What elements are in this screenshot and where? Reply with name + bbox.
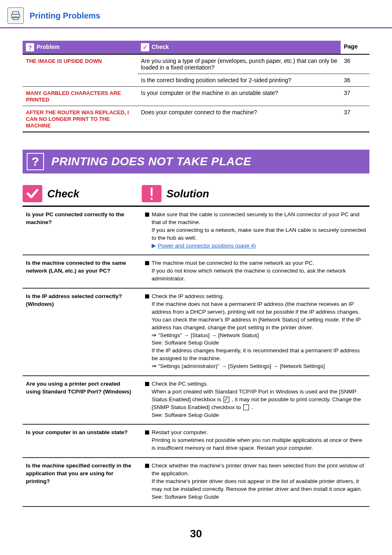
- bullet-icon: [145, 261, 149, 265]
- col-check-label: Check: [152, 44, 169, 50]
- solution-line: See: Software Setup Guide: [152, 494, 219, 500]
- solution-lead: Check the IP address setting.: [152, 293, 224, 299]
- problem-link[interactable]: MANY GARBLED CHARACTERS ARE PRINTED: [26, 90, 121, 103]
- bullet-icon: [145, 382, 149, 386]
- solutions-table: Is your PC connected correctly to the ma…: [23, 207, 369, 507]
- check-solution-header: Check Solution: [23, 185, 369, 207]
- solution-cell: Restart your computer. Printing is somet…: [142, 424, 369, 458]
- table-row: Is the machine specified correctly in th…: [23, 458, 369, 506]
- solution-line: ⇒ "Settings (administrator)" → [System S…: [152, 363, 325, 369]
- solution-lead: Make sure that the cable is connected se…: [152, 211, 360, 225]
- page-cell: 36: [341, 54, 369, 74]
- solution-cell: Check the PC settings. When a port creat…: [142, 376, 369, 424]
- solution-cell: Check the IP address setting. If the mac…: [142, 288, 369, 376]
- solution-line: You can check the machine's IP address i…: [152, 317, 361, 331]
- check-text: Is your PC connected correctly to the ma…: [23, 207, 142, 255]
- checkbox-unchecked-icon: [243, 405, 249, 410]
- table-row: Is your computer in an unstable state? R…: [23, 424, 369, 458]
- check-label: Check: [47, 187, 79, 200]
- solution-lead: Check the PC settings.: [152, 381, 208, 387]
- page-number: 30: [0, 527, 392, 540]
- col-problem-label: Problem: [37, 44, 60, 50]
- printer-icon: [7, 7, 24, 24]
- table-row: AFTER THE ROUTER WAS REPLACED, I CAN NO …: [23, 106, 369, 132]
- bullet-icon: [145, 464, 149, 468]
- solution-rest: If you do not know which network the mac…: [152, 268, 346, 282]
- triangle-icon: ▶: [152, 243, 156, 249]
- col-check: ✓Check: [138, 41, 341, 54]
- table-row: THE IMAGE IS UPSIDE DOWN Are you using a…: [23, 54, 369, 74]
- link[interactable]: Power and connector positions (page 4): [158, 243, 256, 249]
- solution-line: If the machine's printer driver does not…: [152, 478, 362, 492]
- bullet-icon: [145, 294, 149, 298]
- exclamation-icon: [142, 185, 161, 202]
- check-cell: Are you using a type of paper (envelopes…: [138, 54, 341, 74]
- solution-cell: The machine must be connected to the sam…: [142, 255, 369, 288]
- svg-rect-3: [151, 187, 153, 196]
- solution-lead: The machine must be connected to the sam…: [152, 260, 314, 266]
- table-row: Is the IP address selected correctly? (W…: [23, 288, 369, 376]
- svg-rect-0: [12, 12, 18, 14]
- table-row: Are you using a printer port created usi…: [23, 376, 369, 424]
- table-row: Is your PC connected correctly to the ma…: [23, 207, 369, 255]
- check-text: Are you using a printer port created usi…: [23, 376, 142, 424]
- solution-rest: Printing is sometimes not possible when …: [152, 437, 362, 451]
- col-page: Page: [341, 41, 369, 54]
- question-icon: ?: [27, 153, 44, 170]
- solution-line: See: Software Setup Guide: [152, 412, 219, 418]
- question-icon: ?: [26, 43, 34, 51]
- checkbox-checked-icon: [224, 397, 229, 402]
- solution-line: .: [250, 404, 253, 410]
- solution-line: If the machine does not have a permanent…: [152, 301, 360, 315]
- solution-line: ⇒ "Settings" → [Status] → [Network Statu…: [152, 332, 259, 338]
- check-icon: ✓: [141, 43, 149, 51]
- bullet-icon: [145, 213, 149, 217]
- check-text: Is the machine specified correctly in th…: [23, 458, 142, 506]
- solution-rest: If you are connecting to a network, make…: [152, 227, 366, 241]
- col-problem: ?Problem: [23, 41, 138, 54]
- section-banner: ? PRINTING DOES NOT TAKE PLACE: [23, 150, 369, 173]
- check-icon: [23, 185, 42, 202]
- page-cell: 37: [341, 106, 369, 132]
- check-text: Is your computer in an unstable state?: [23, 424, 142, 458]
- banner-title: PRINTING DOES NOT TAKE PLACE: [51, 155, 251, 168]
- solution-line: See: Software Setup Guide: [152, 340, 219, 346]
- section-title: Printing Problems: [30, 11, 100, 21]
- col-page-label: Page: [344, 43, 357, 50]
- svg-rect-2: [13, 17, 18, 20]
- solution-lead: Restart your computer.: [152, 429, 208, 435]
- check-cell: Is your computer or the machine in an un…: [138, 87, 341, 106]
- problem-link[interactable]: AFTER THE ROUTER WAS REPLACED, I CAN NO …: [26, 109, 129, 129]
- table-row: Is the machine connected to the same net…: [23, 255, 369, 288]
- check-cell: Does your computer connect to the machin…: [138, 106, 341, 132]
- solution-label: Solution: [166, 187, 209, 200]
- check-text: Is the IP address selected correctly? (W…: [23, 288, 142, 376]
- page-cell: 37: [341, 87, 369, 106]
- solution-cell: Check whether the machine's printer driv…: [142, 458, 369, 506]
- solution-cell: Make sure that the cable is connected se…: [142, 207, 369, 255]
- check-cell: Is the correct binding position selected…: [138, 74, 341, 87]
- solution-lead: Check whether the machine's printer driv…: [152, 462, 364, 476]
- problem-check-table: ?Problem ✓Check Page THE IMAGE IS UPSIDE…: [23, 41, 369, 132]
- check-text: Is the machine connected to the same net…: [23, 255, 142, 288]
- page-header: Printing Problems: [0, 0, 392, 28]
- table-row: MANY GARBLED CHARACTERS ARE PRINTED Is y…: [23, 87, 369, 106]
- svg-rect-4: [151, 198, 153, 200]
- solution-line: If the IP address changes frequently, it…: [152, 347, 360, 361]
- bullet-icon: [145, 430, 149, 435]
- page-cell: 36: [341, 74, 369, 87]
- problem-link[interactable]: THE IMAGE IS UPSIDE DOWN: [26, 58, 102, 64]
